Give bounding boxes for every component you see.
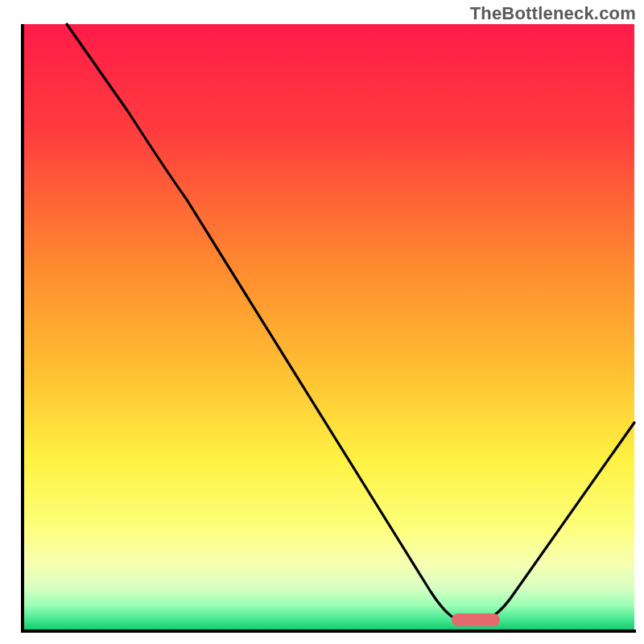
- plot-background: [23, 24, 634, 630]
- optimal-range-marker: [452, 613, 500, 626]
- bottleneck-chart: [0, 0, 644, 644]
- watermark-text: TheBottleneck.com: [470, 3, 636, 24]
- chart-container: TheBottleneck.com: [0, 0, 644, 644]
